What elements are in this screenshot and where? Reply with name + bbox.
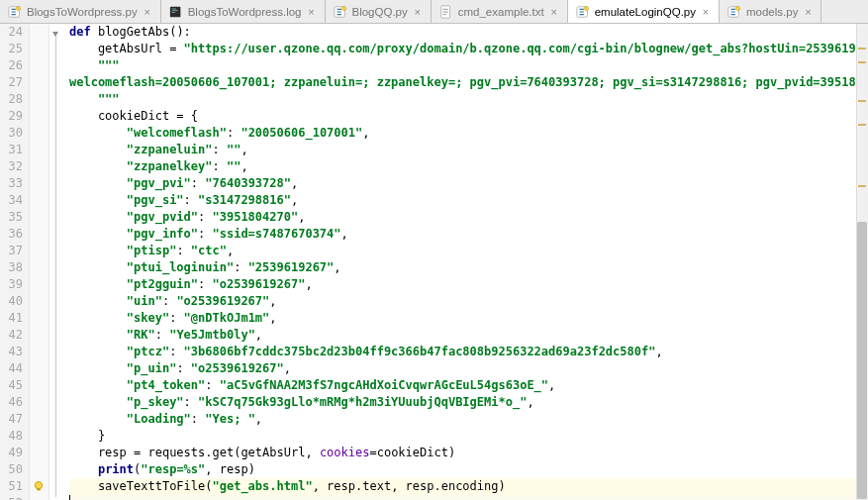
code-line[interactable]: getAbsUrl = "https://user.qzone.qq.com/p… xyxy=(69,41,868,57)
svg-rect-4 xyxy=(171,10,177,11)
code-line[interactable]: print("resp=%s", resp) xyxy=(69,461,868,478)
close-icon[interactable]: × xyxy=(413,6,423,18)
close-icon[interactable]: × xyxy=(549,6,559,18)
code-line[interactable]: "welcomeflash": "20050606_107001", xyxy=(69,125,868,142)
overview-mark[interactable] xyxy=(858,185,866,187)
code-line[interactable]: "ptcz": "3b6806bf7cddc375bc2d23b04ff9c36… xyxy=(69,344,868,360)
gutter-marks: ▶ xyxy=(30,24,49,500)
tab-label: BlogsToWordpress.py xyxy=(27,6,138,18)
code-line[interactable]: resp = requests.get(getAbsUrl, cookies=c… xyxy=(69,445,868,461)
fold-gutter[interactable] xyxy=(49,24,63,500)
code-line[interactable]: "uin": "o2539619267", xyxy=(69,293,868,310)
overview-mark[interactable] xyxy=(858,48,866,50)
svg-point-1 xyxy=(16,6,20,10)
python-icon xyxy=(727,5,741,19)
close-icon[interactable]: × xyxy=(143,6,152,18)
overview-mark[interactable] xyxy=(858,124,866,126)
overview-mark[interactable] xyxy=(858,61,866,63)
svg-rect-3 xyxy=(171,8,175,9)
code-line[interactable]: "RK": "Ye5Jmtb0ly", xyxy=(69,327,868,344)
code-area[interactable]: def blogGetAbs(): getAbsUrl = "https://u… xyxy=(63,24,868,500)
close-icon[interactable]: × xyxy=(803,6,813,18)
tab-label: BlogsToWordpress.log xyxy=(188,6,302,18)
code-line[interactable]: """ xyxy=(69,57,868,74)
intention-bulb-icon[interactable] xyxy=(32,479,46,493)
code-line[interactable]: saveTexttToFile("get_abs.html", resp.tex… xyxy=(69,478,868,495)
code-line[interactable]: "pgv_si": "s3147298816", xyxy=(69,192,868,209)
line-number-gutter: 2425262728293031323334353637383940414243… xyxy=(0,24,30,500)
code-line[interactable]: "skey": "@nDTkOJm1m", xyxy=(69,310,868,327)
editor-tab[interactable]: cmd_example.txt× xyxy=(432,0,568,23)
code-line[interactable]: "zzpanelkey": "", xyxy=(69,158,868,175)
editor-tab[interactable]: models.py× xyxy=(720,0,821,23)
code-line[interactable]: "pgv_pvid": "3951804270", xyxy=(69,209,868,226)
close-icon[interactable]: × xyxy=(307,6,317,18)
log-icon xyxy=(169,5,183,19)
code-line[interactable]: "Loading": "Yes; ", xyxy=(69,411,868,428)
text-icon xyxy=(439,5,453,19)
editor-tab[interactable]: emulateLoginQQ.py× xyxy=(568,0,720,23)
editor-tabs: BlogsToWordpress.py×BlogsToWordpress.log… xyxy=(0,0,868,24)
code-line[interactable]: "ptisp": "ctc", xyxy=(69,243,868,259)
close-icon[interactable]: × xyxy=(701,6,711,18)
svg-rect-5 xyxy=(171,12,175,13)
fold-toggle-icon[interactable] xyxy=(50,28,60,38)
code-line[interactable] xyxy=(69,495,868,500)
tab-label: emulateLoginQQ.py xyxy=(595,6,696,18)
python-icon xyxy=(334,5,347,19)
svg-point-10 xyxy=(584,6,588,10)
editor-tab[interactable]: BlogsToWordpress.py× xyxy=(0,0,161,23)
code-line[interactable]: def blogGetAbs(): xyxy=(69,24,868,41)
tab-label: cmd_example.txt xyxy=(458,6,544,18)
code-line[interactable]: "zzpaneluin": "", xyxy=(69,142,868,158)
svg-point-13 xyxy=(35,481,42,488)
code-line[interactable]: "pt2gguin": "o2539619267", xyxy=(69,276,868,293)
python-icon xyxy=(576,5,590,19)
editor-tab[interactable]: BlogsToWordpress.log× xyxy=(161,0,326,23)
svg-point-7 xyxy=(341,6,345,10)
tab-label: models.py xyxy=(746,6,798,18)
code-line[interactable]: "pgv_pvi": "7640393728", xyxy=(69,175,868,192)
overview-mark[interactable] xyxy=(858,100,866,102)
code-line[interactable]: "pt4_token": "aC5vGfNAA2M3fS7ngcAHdXoiCv… xyxy=(69,377,868,394)
code-line[interactable]: "p_uin": "o2539619267", xyxy=(69,360,868,377)
code-line[interactable]: """ xyxy=(69,91,868,108)
code-line[interactable]: welcomeflash=20050606_107001; zzpaneluin… xyxy=(69,74,868,91)
svg-rect-14 xyxy=(37,489,41,491)
python-icon xyxy=(8,5,22,19)
svg-point-12 xyxy=(735,6,739,10)
scrollbar-thumb[interactable] xyxy=(857,222,867,499)
scrollbar-track[interactable] xyxy=(856,24,868,500)
editor-tab[interactable]: BlogQQ.py× xyxy=(326,0,432,23)
code-line[interactable]: "ptui_loginuin": "2539619267", xyxy=(69,259,868,276)
text-caret xyxy=(69,495,70,500)
code-line[interactable]: } xyxy=(69,428,868,445)
code-line[interactable]: "pgv_info": "ssid=s7487670374", xyxy=(69,226,868,243)
code-line[interactable]: "p_skey": "kSC7q75Gk93gLlo*mRMg*h2m3iYUu… xyxy=(69,394,868,411)
code-line[interactable]: cookieDict = { xyxy=(69,108,868,125)
tab-label: BlogQQ.py xyxy=(352,6,408,18)
